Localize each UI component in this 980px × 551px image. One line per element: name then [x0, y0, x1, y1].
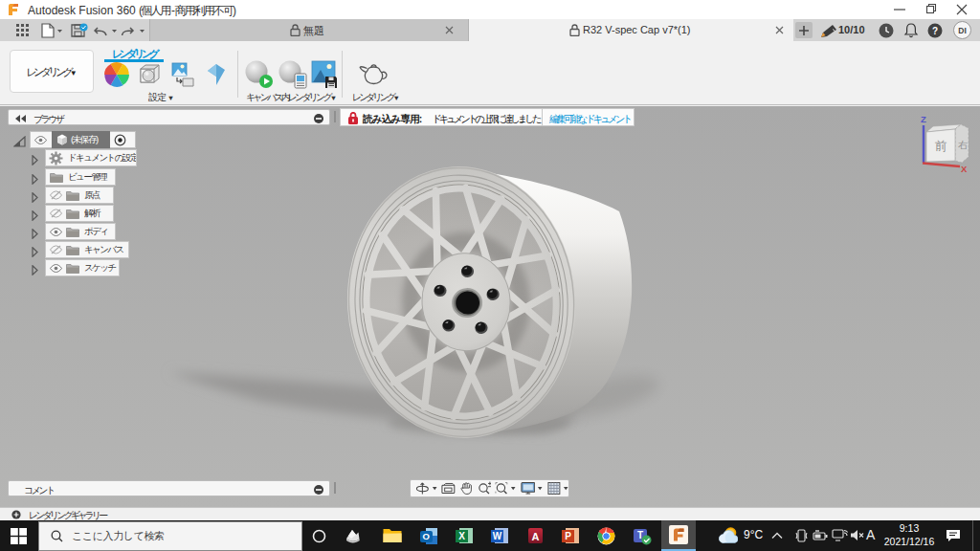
svg-text:右: 右 — [958, 140, 968, 150]
svg-text:X: X — [961, 164, 968, 174]
svg-text:?: ? — [932, 26, 938, 36]
svg-text:Z: Z — [921, 114, 926, 124]
svg-text:前: 前 — [935, 139, 947, 153]
